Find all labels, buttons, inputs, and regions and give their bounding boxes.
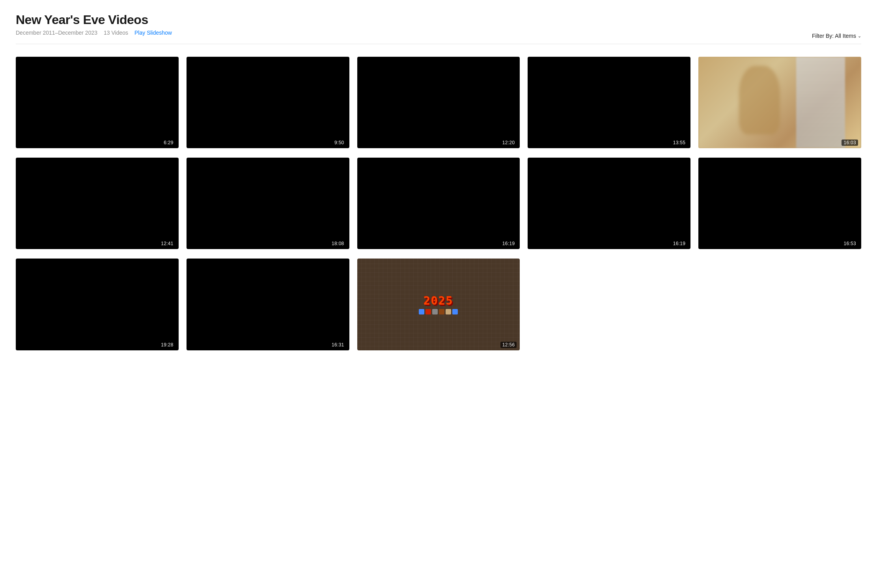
video-thumbnail: 19:28 [16, 259, 179, 350]
filter-label: Filter By: All Items [812, 33, 856, 39]
video-thumbnail: 2025 12:56 [357, 259, 520, 350]
chevron-down-icon: ⌄ [858, 33, 861, 39]
duration-badge: 19:28 [159, 342, 175, 348]
duration-badge: 18:08 [330, 240, 346, 247]
play-slideshow-link[interactable]: Play Slideshow [134, 30, 172, 36]
video-grid: 6:299:5012:2013:55 16:0312:4118:0816:191… [16, 57, 861, 350]
video-thumbnail: 16:31 [187, 259, 349, 350]
duration-badge: 16:31 [330, 342, 346, 348]
date-range: December 2011–December 2023 [16, 30, 97, 36]
duration-badge: 12:20 [500, 140, 517, 146]
duration-badge: 16:53 [842, 240, 858, 247]
duration-badge: 6:29 [162, 140, 175, 146]
video-item-11[interactable]: 19:28 [16, 259, 179, 350]
video-item-8[interactable]: 16:19 [357, 158, 520, 249]
duration-badge: 16:19 [671, 240, 688, 247]
duration-badge: 9:50 [332, 140, 346, 146]
video-item-10[interactable]: 16:53 [698, 158, 861, 249]
video-thumbnail: 13:55 [528, 57, 690, 148]
video-item-13[interactable]: 2025 12:56 [357, 259, 520, 350]
video-thumbnail: 6:29 [16, 57, 179, 148]
duration-badge: 16:03 [842, 140, 858, 146]
video-item-2[interactable]: 9:50 [187, 57, 349, 148]
video-thumbnail: 9:50 [187, 57, 349, 148]
video-item-4[interactable]: 13:55 [528, 57, 690, 148]
duration-badge: 16:19 [500, 240, 517, 247]
video-item-12[interactable]: 16:31 [187, 259, 349, 350]
header-metadata: December 2011–December 2023 13 Videos Pl… [16, 30, 172, 39]
duration-badge: 12:41 [159, 240, 175, 247]
video-item-9[interactable]: 16:19 [528, 158, 690, 249]
video-thumbnail: 12:41 [16, 158, 179, 249]
duration-badge: 13:55 [671, 140, 688, 146]
filter-dropdown[interactable]: Filter By: All Items ⌄ [812, 33, 861, 39]
video-item-7[interactable]: 18:08 [187, 158, 349, 249]
video-count: 13 Videos [104, 30, 128, 36]
video-thumbnail: 16:53 [698, 158, 861, 249]
duration-badge: 12:56 [500, 342, 517, 348]
page-header: New Year's Eve Videos December 2011–Dece… [16, 13, 861, 44]
video-thumbnail: 12:20 [357, 57, 520, 148]
video-item-3[interactable]: 12:20 [357, 57, 520, 148]
video-thumbnail: 16:03 [698, 57, 861, 148]
video-item-1[interactable]: 6:29 [16, 57, 179, 148]
page-title: New Year's Eve Videos [16, 13, 861, 27]
video-thumbnail: 16:19 [357, 158, 520, 249]
video-thumbnail: 16:19 [528, 158, 690, 249]
video-item-5[interactable]: 16:03 [698, 57, 861, 148]
video-thumbnail: 18:08 [187, 158, 349, 249]
video-item-6[interactable]: 12:41 [16, 158, 179, 249]
